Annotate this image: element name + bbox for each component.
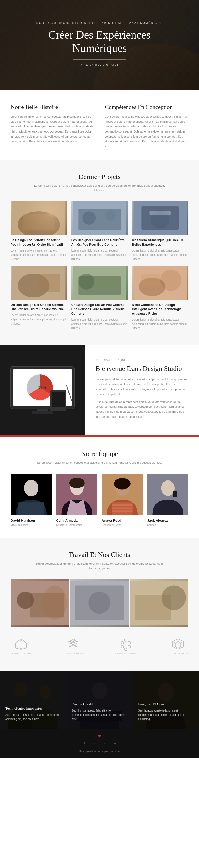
project-svg-3 <box>132 201 188 235</box>
footer: f t ♪ in Exemple de texte de pied de pag… <box>0 730 199 758</box>
logo-item-3: COMPANY NAME <box>115 638 136 655</box>
project-title-1: Le Design Est L'effort Conscient Pour Im… <box>11 238 67 247</box>
about-text-side: A Propos De Nous Bienvenue Dans Design S… <box>85 345 199 435</box>
project-text-3: Lorem ipsum dolor sit amet, consectetur … <box>132 249 188 261</box>
team-image-anaya <box>102 473 143 516</box>
project-image-6 <box>132 266 188 300</box>
team-grid: David Harrison Vice Président Celia Alme… <box>11 473 188 527</box>
svg-rect-30 <box>52 392 65 407</box>
dark-card-title-3: Imaginez Et Créez <box>138 702 194 707</box>
footer-social: f t ♪ in <box>11 740 188 747</box>
svg-rect-0 <box>12 201 65 235</box>
svg-rect-35 <box>18 502 44 515</box>
clients-panel-svg-1 <box>11 579 69 626</box>
histoire-competences-section: Notre Belle Histoire Lorem ipsum dolor s… <box>0 90 199 160</box>
logo-icon-2 <box>67 638 80 651</box>
social-twitter[interactable]: t <box>91 740 98 747</box>
svg-point-55 <box>88 592 110 614</box>
travail-title: Travail Et Nos Clients <box>11 551 188 559</box>
logo-text-2: COMPANY NAME <box>63 652 84 655</box>
svg-point-1 <box>18 211 60 235</box>
about-text-2: Duis aute irure dolor in reprehent deit … <box>96 400 188 420</box>
team-svg-anaya <box>102 473 143 516</box>
travail-subtitle: Sed ut perspiciatis unde omnis iste natu… <box>33 561 166 571</box>
svg-rect-28 <box>32 411 53 413</box>
monitor-svg: 75% <box>8 364 77 417</box>
team-role-david: Vice Président <box>11 523 52 527</box>
social-music[interactable]: ♪ <box>101 740 108 747</box>
svg-point-3 <box>47 206 57 217</box>
social-linkedin[interactable]: in <box>111 740 118 747</box>
team-name-anaya: Anaya Reed <box>102 519 143 522</box>
project-svg-5 <box>71 266 128 300</box>
hero-cta-box[interactable]: FAIRE UN DEVIS GRATUIT <box>73 60 126 69</box>
project-image-3 <box>132 201 188 235</box>
svg-rect-2 <box>23 214 55 230</box>
project-card-5: Un Bon Design Est Un Peu Comme Une Pensé… <box>71 266 128 331</box>
about-label: A Propos De Nous <box>96 359 188 362</box>
team-role-anaya: Concepteur Web <box>102 523 143 527</box>
project-card-3: Un Studio Numérique Qui Crée De Belles E… <box>132 201 188 261</box>
svg-point-68 <box>128 645 131 648</box>
projects-grid-bottom: Un Bon Design Est Un Peu Comme Une Pensé… <box>11 266 188 331</box>
team-card-david: David Harrison Vice Président <box>11 473 52 527</box>
project-image-2 <box>71 201 128 235</box>
logo-text-3: COMPANY NAME <box>115 652 136 655</box>
project-card-1: Le Design Est L'effort Conscient Pour Im… <box>11 201 67 261</box>
team-svg-celia <box>56 473 98 516</box>
svg-point-41 <box>114 478 131 490</box>
svg-rect-14 <box>39 274 60 292</box>
project-text-2: Lorem ipsum dolor sit amet, consectetur … <box>71 249 128 261</box>
svg-point-6 <box>82 211 96 225</box>
team-name-jack: Jack Alvarez <box>147 519 189 522</box>
projets-subtitle: Lorem ipsum dolor sit amet, consectetur … <box>33 184 166 193</box>
footer-copyright: Exemple de texte de pied de page <box>11 750 188 753</box>
about-image-side: 75% <box>0 345 85 435</box>
project-card-6: Nous Combinons Un Design Intelligent Ave… <box>132 266 188 331</box>
project-image-5 <box>71 266 128 300</box>
svg-point-47 <box>161 480 175 496</box>
svg-point-66 <box>128 642 131 644</box>
logos-row: COMPANY NAME COMPANY NAME COMPANY NAME <box>11 632 188 660</box>
team-svg-jack <box>147 473 189 516</box>
svg-point-17 <box>78 274 94 289</box>
svg-point-65 <box>121 642 124 644</box>
svg-rect-18 <box>97 279 118 289</box>
dark-card-1-content: Technologies Innovantes Sed rhoncus ages… <box>0 671 66 730</box>
competences-heading: Compétences En Conception <box>105 103 188 111</box>
hero-title: Créer Des Expériences Numériques <box>33 28 166 55</box>
svg-point-64 <box>125 639 127 642</box>
svg-point-7 <box>105 210 115 221</box>
team-role-jack: Soutien <box>147 523 189 527</box>
dark-card-2-content: Design Créatif Sed rhoncus agesto felis,… <box>66 671 133 730</box>
team-card-anaya: Anaya Reed Concepteur Web <box>102 473 143 527</box>
clients-wide-image <box>11 579 188 626</box>
svg-rect-43 <box>112 504 133 506</box>
clients-img-panel-3 <box>130 579 188 626</box>
project-title-4: Un Bon Design Est Un Peu Comme Une Pensé… <box>11 303 67 312</box>
svg-point-52 <box>42 586 67 620</box>
logo-icon-1 <box>14 638 28 651</box>
svg-line-73 <box>181 642 184 643</box>
team-svg-david <box>11 473 52 516</box>
team-image-jack <box>147 473 189 516</box>
histoire-heading: Notre Belle Histoire <box>11 103 94 111</box>
dark-section: Technologies Innovantes Sed rhoncus ages… <box>0 671 199 730</box>
dark-card-2: Design Créatif Sed rhoncus agesto felis,… <box>66 671 133 730</box>
project-text-5: Lorem ipsum dolor sit amet, consectetur … <box>71 318 128 331</box>
project-title-5: Un Bon Design Est Un Peu Comme Une Pensé… <box>71 303 128 316</box>
team-image-celia <box>56 473 98 516</box>
about-text-1: Lorem ipsum dolor sit amet, consectetur … <box>96 377 188 397</box>
project-svg-2 <box>71 201 128 235</box>
hero-cta-label: FAIRE UN DEVIS GRATUIT <box>79 63 120 66</box>
project-text-1: Lorem ipsum dolor sit amet, consectetur … <box>11 249 67 261</box>
project-svg-6 <box>132 266 188 300</box>
svg-rect-45 <box>112 510 133 512</box>
project-title-3: Un Studio Numérique Qui Crée De Belles E… <box>132 238 188 247</box>
svg-rect-58 <box>135 595 171 620</box>
svg-point-69 <box>125 648 127 651</box>
social-facebook[interactable]: f <box>81 740 88 747</box>
project-text-6: Lorem ipsum dolor sit amet, consectetur … <box>132 318 188 331</box>
svg-rect-22 <box>142 274 160 287</box>
clients-panel-svg-3 <box>130 579 188 626</box>
